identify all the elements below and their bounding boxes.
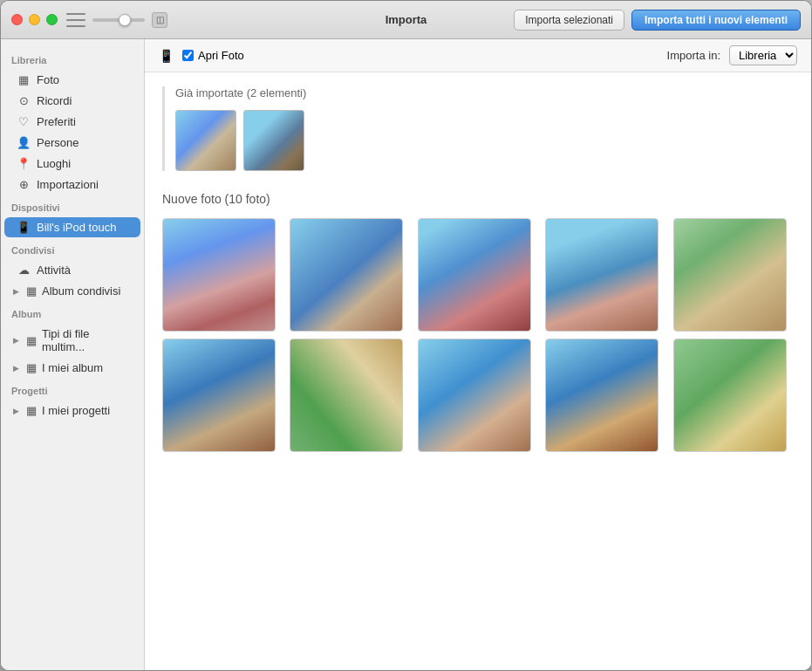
sidebar-toggle-button[interactable] (66, 13, 85, 27)
album-section-label: Album (1, 302, 144, 323)
attivita-icon: ☁ (17, 264, 31, 277)
device-bar: 📱 Apri Foto Importa in: Libreria (145, 39, 811, 72)
already-imported-section: Già importate (2 elementi) (162, 86, 794, 171)
sidebar-item-label: Preferiti (37, 115, 76, 128)
main-area: Libreria ▦ Foto ⊙ Ricordi ♡ Preferiti 👤 … (1, 39, 811, 670)
new-photos-grid (162, 218, 794, 452)
sidebar-item-importazioni[interactable]: ⊕ Importazioni (4, 175, 140, 195)
already-imported-grid (175, 110, 794, 171)
sidebar-item-miei-album[interactable]: ▶ ▦ I miei album (4, 358, 140, 378)
content-panel: 📱 Apri Foto Importa in: Libreria Già imp… (145, 39, 811, 670)
ipod-icon: 📱 (17, 221, 31, 234)
sidebar-item-persone[interactable]: 👤 Persone (4, 133, 140, 153)
sidebar-item-tipi-file[interactable]: ▶ ▦ Tipi di file multim... (4, 324, 140, 357)
sidebar-item-label: Foto (37, 73, 59, 86)
miei-progetti-icon: ▦ (24, 404, 38, 417)
sidebar-item-album-condivisi[interactable]: ▶ ▦ Album condivisi (4, 281, 140, 301)
sidebar-item-miei-progetti[interactable]: ▶ ▦ I miei progetti (4, 401, 140, 421)
photos-container: Già importate (2 elementi) Nuove foto (1… (145, 72, 811, 670)
sidebar-item-label: Tipi di file multim... (42, 327, 133, 353)
tipi-file-icon: ▦ (24, 334, 38, 347)
sidebar-item-label: Luoghi (37, 157, 71, 170)
sidebar-item-label: Bill's iPod touch (37, 221, 116, 234)
sidebar-item-label: Album condivisi (42, 284, 120, 298)
dispositivi-section-label: Dispositivi (1, 195, 144, 216)
new-photo-7[interactable] (290, 339, 403, 452)
traffic-lights (11, 14, 58, 25)
zoom-slider-area[interactable] (92, 18, 145, 22)
sidebar-item-ricordi[interactable]: ⊙ Ricordi (4, 91, 140, 111)
import-all-button[interactable]: Importa tutti i nuovi elementi (631, 10, 801, 31)
new-photos-title: Nuove foto (10 foto) (162, 192, 794, 206)
new-photo-1[interactable] (162, 218, 276, 332)
sidebar-item-attivita[interactable]: ☁ Attività (4, 260, 140, 280)
new-photo-8[interactable] (418, 339, 531, 452)
new-photo-4[interactable] (545, 218, 658, 332)
import-selected-button[interactable]: Importa selezionati (514, 10, 624, 31)
collapse-button[interactable]: ◫ (152, 12, 167, 28)
sidebar-item-preferiti[interactable]: ♡ Preferiti (4, 112, 140, 132)
sidebar-item-label: I miei album (42, 361, 103, 374)
ricordi-icon: ⊙ (17, 94, 31, 107)
maximize-button[interactable] (46, 14, 58, 25)
minimize-button[interactable] (29, 14, 40, 25)
device-icon: 📱 (159, 49, 174, 63)
new-photos-section: Nuove foto (10 foto) (162, 192, 794, 452)
libreria-section-label: Libreria (1, 48, 144, 69)
chevron-right-icon: ▶ (13, 287, 19, 296)
imported-photo-2[interactable] (243, 110, 304, 171)
titlebar: ◫ Importa Importa selezionati Importa tu… (1, 1, 811, 39)
new-photo-5[interactable] (673, 218, 787, 332)
foto-icon: ▦ (17, 73, 31, 86)
window-title: Importa (386, 13, 427, 26)
import-in-select[interactable]: Libreria (729, 45, 797, 65)
miei-album-icon: ▦ (24, 361, 38, 374)
titlebar-actions: Importa selezionati Importa tutti i nuov… (514, 10, 801, 31)
sidebar-item-label: I miei progetti (42, 404, 110, 417)
sidebar-item-label: Attività (37, 264, 71, 277)
sidebar-item-bills-ipod[interactable]: 📱 Bill's iPod touch (4, 217, 140, 237)
import-in-label: Importa in: (667, 49, 720, 62)
sidebar-item-label: Importazioni (37, 178, 99, 191)
persone-icon: 👤 (17, 136, 31, 149)
open-foto-checkbox-label[interactable]: Apri Foto (182, 49, 244, 62)
close-button[interactable] (11, 14, 23, 25)
chevron-right-icon: ▶ (13, 336, 19, 345)
preferiti-icon: ♡ (17, 115, 31, 128)
luoghi-icon: 📍 (17, 157, 31, 170)
already-imported-title: Già importate (2 elementi) (175, 86, 794, 99)
imported-photo-1[interactable] (175, 110, 236, 171)
importazioni-icon: ⊕ (17, 178, 31, 191)
new-photo-10[interactable] (673, 339, 787, 452)
new-photo-6[interactable] (162, 339, 276, 452)
album-condivisi-icon: ▦ (24, 284, 38, 298)
sidebar-item-label: Ricordi (37, 94, 72, 107)
new-photo-2[interactable] (290, 218, 403, 332)
sidebar-item-label: Persone (37, 136, 78, 149)
chevron-right-icon: ▶ (13, 407, 19, 415)
main-window: ◫ Importa Importa selezionati Importa tu… (0, 0, 812, 671)
open-foto-checkbox[interactable] (182, 50, 194, 61)
progetti-section-label: Progetti (1, 379, 144, 400)
sidebar-item-luoghi[interactable]: 📍 Luoghi (4, 154, 140, 174)
new-photo-3[interactable] (418, 218, 531, 332)
new-photo-9[interactable] (545, 339, 658, 452)
sidebar-item-foto[interactable]: ▦ Foto (4, 70, 140, 90)
open-foto-label: Apri Foto (198, 49, 244, 62)
chevron-right-icon: ▶ (13, 364, 19, 373)
condivisi-section-label: Condivisi (1, 238, 144, 259)
sidebar: Libreria ▦ Foto ⊙ Ricordi ♡ Preferiti 👤 … (1, 39, 145, 670)
